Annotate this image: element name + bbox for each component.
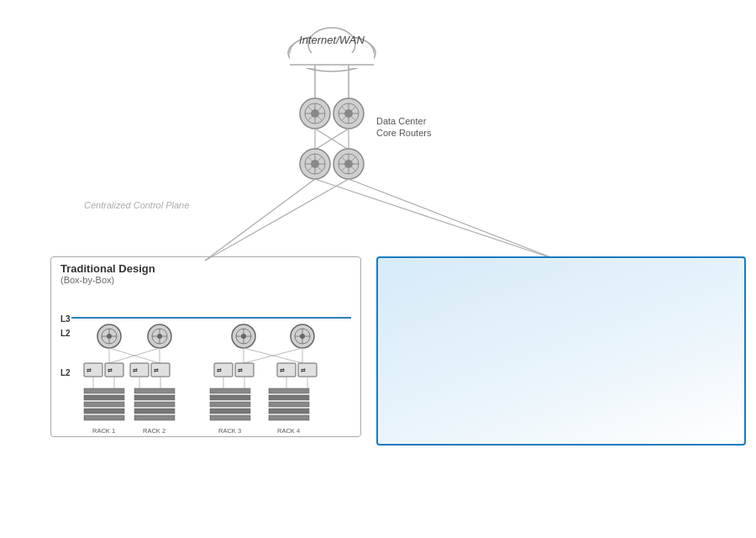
svg-text:⇄: ⇄ bbox=[505, 374, 511, 382]
svg-rect-116 bbox=[269, 415, 309, 420]
svg-rect-181 bbox=[472, 399, 491, 406]
svg-rect-187 bbox=[538, 405, 558, 409]
svg-text:⇄: ⇄ bbox=[615, 374, 621, 382]
svg-line-43 bbox=[205, 179, 349, 261]
svg-line-213 bbox=[548, 385, 551, 393]
svg-line-214 bbox=[571, 385, 578, 393]
svg-rect-109 bbox=[210, 409, 250, 414]
svg-rect-189 bbox=[538, 417, 558, 421]
svg-line-19 bbox=[341, 106, 356, 121]
svg-text:Core Routers: Core Routers bbox=[376, 128, 432, 138]
svg-line-145 bbox=[507, 317, 521, 370]
svg-rect-186 bbox=[538, 399, 558, 404]
svg-text:⇄: ⇄ bbox=[415, 374, 421, 382]
svg-rect-98 bbox=[84, 415, 124, 420]
svg-line-212 bbox=[483, 385, 490, 393]
svg-rect-102 bbox=[134, 402, 175, 407]
svg-point-16 bbox=[339, 103, 359, 124]
svg-rect-168 bbox=[388, 397, 418, 427]
svg-point-14 bbox=[311, 109, 319, 118]
svg-text:RACK 1: RACK 1 bbox=[458, 431, 480, 439]
svg-rect-207 bbox=[663, 408, 681, 414]
svg-rect-113 bbox=[269, 395, 309, 400]
svg-line-24 bbox=[315, 129, 349, 150]
svg-text:⇄: ⇄ bbox=[478, 374, 484, 382]
svg-text:⇄: ⇄ bbox=[280, 367, 285, 373]
svg-line-211 bbox=[459, 385, 461, 393]
svg-text:⇄: ⇄ bbox=[541, 374, 547, 382]
svg-rect-90 bbox=[277, 363, 296, 377]
svg-point-53 bbox=[107, 334, 112, 339]
svg-point-54 bbox=[148, 324, 171, 348]
svg-rect-137 bbox=[528, 298, 554, 317]
svg-rect-197 bbox=[613, 405, 633, 409]
svg-point-49 bbox=[97, 324, 121, 348]
svg-line-146 bbox=[541, 317, 554, 370]
svg-text:Data Center: Data Center bbox=[376, 116, 427, 126]
svg-text:⇄: ⇄ bbox=[87, 367, 92, 373]
svg-text:⇄: ⇄ bbox=[217, 367, 222, 373]
svg-text:⇄: ⇄ bbox=[388, 374, 394, 382]
svg-rect-78 bbox=[84, 363, 102, 377]
svg-rect-96 bbox=[84, 402, 124, 407]
svg-rect-162 bbox=[566, 370, 590, 385]
svg-point-59 bbox=[232, 324, 255, 348]
svg-rect-101 bbox=[134, 395, 175, 400]
svg-line-216 bbox=[650, 385, 652, 393]
svg-text:⇄: ⇄ bbox=[530, 303, 537, 311]
svg-rect-202 bbox=[640, 399, 660, 404]
svg-line-13 bbox=[307, 106, 323, 121]
svg-rect-179 bbox=[449, 411, 470, 415]
svg-rect-84 bbox=[151, 363, 170, 377]
svg-line-31 bbox=[307, 156, 323, 171]
svg-point-27 bbox=[305, 154, 325, 174]
svg-line-143 bbox=[454, 317, 474, 370]
svg-line-45 bbox=[349, 179, 559, 261]
svg-rect-95 bbox=[84, 395, 124, 400]
svg-text:L2: L2 bbox=[60, 329, 71, 338]
svg-rect-208 bbox=[663, 416, 681, 423]
svg-rect-188 bbox=[538, 411, 558, 415]
svg-text:⇄: ⇄ bbox=[642, 374, 648, 382]
svg-text:⇄: ⇄ bbox=[564, 303, 570, 311]
svg-text:⇄: ⇄ bbox=[133, 367, 138, 373]
svg-line-23 bbox=[315, 129, 349, 150]
svg-rect-191 bbox=[560, 408, 579, 414]
svg-text:⇄: ⇄ bbox=[108, 367, 113, 373]
svg-text:⇄: ⇄ bbox=[568, 374, 574, 382]
svg-text:RACK 2: RACK 2 bbox=[542, 431, 564, 439]
svg-point-68 bbox=[300, 334, 305, 339]
svg-rect-204 bbox=[640, 411, 660, 415]
svg-point-26 bbox=[300, 149, 330, 179]
svg-point-58 bbox=[157, 334, 162, 339]
svg-text:⇄: ⇄ bbox=[238, 367, 243, 373]
traditional-design-title: Traditional Design (Box-by-Box) bbox=[60, 262, 155, 285]
internet-wan-label: Internet/WAN bbox=[299, 34, 365, 46]
svg-rect-160 bbox=[539, 370, 563, 385]
svg-text:Service Rack: Service Rack bbox=[388, 431, 425, 439]
svg-line-71 bbox=[109, 348, 160, 363]
svg-text:RACK N: RACK N bbox=[645, 431, 669, 439]
svg-point-3 bbox=[308, 28, 355, 61]
svg-text:⇄: ⇄ bbox=[463, 303, 470, 311]
svg-line-20 bbox=[341, 106, 356, 121]
svg-rect-135 bbox=[494, 298, 521, 317]
svg-rect-108 bbox=[210, 402, 250, 407]
svg-rect-106 bbox=[210, 388, 250, 393]
svg-rect-158 bbox=[503, 370, 527, 385]
svg-point-2 bbox=[332, 38, 374, 68]
svg-line-42 bbox=[205, 179, 315, 261]
svg-rect-86 bbox=[214, 363, 233, 377]
svg-rect-103 bbox=[134, 409, 175, 414]
svg-text:Spine Switches: Spine Switches bbox=[458, 283, 510, 292]
svg-text:RACK 3: RACK 3 bbox=[218, 427, 241, 435]
svg-rect-88 bbox=[235, 363, 254, 377]
svg-rect-126 bbox=[390, 301, 433, 335]
svg-rect-206 bbox=[663, 399, 681, 406]
svg-rect-180 bbox=[449, 417, 470, 421]
svg-rect-92 bbox=[298, 363, 317, 377]
svg-rect-156 bbox=[476, 370, 500, 385]
svg-text:Leaf Switches: Leaf Switches bbox=[529, 354, 581, 363]
svg-text:L3: L3 bbox=[60, 314, 71, 324]
svg-rect-164 bbox=[613, 370, 637, 385]
